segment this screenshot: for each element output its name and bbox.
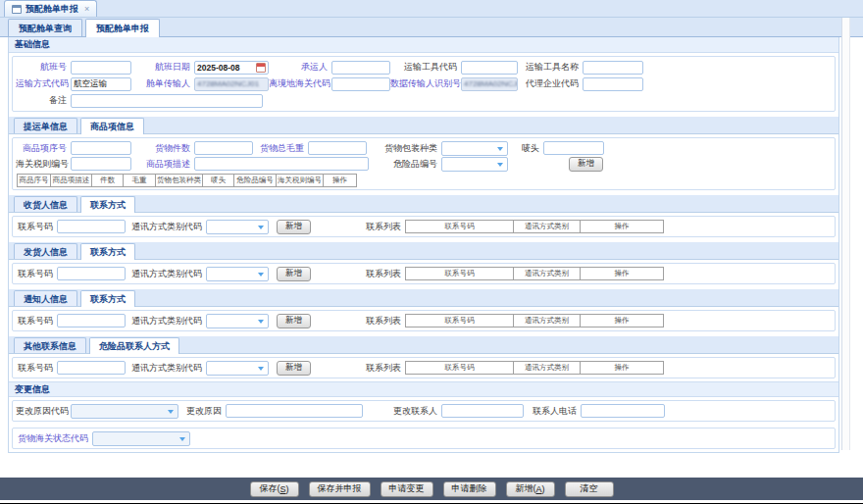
- exit-customs-label: 离境地海关代码: [269, 77, 331, 90]
- tab-shipper-info[interactable]: 发货人信息: [14, 243, 77, 259]
- notify-comm-type-select[interactable]: [206, 314, 269, 328]
- manifest-sender-field: 4728MA02NCJ01: [194, 77, 269, 91]
- section-header-base-info: 基础信息: [9, 37, 838, 53]
- base-info-row-1: 航班号 航班日期 2025-08-08 承运人 运输工具代码 运输工具名称: [13, 59, 835, 76]
- goods-row-2: 海关税则编号 商品项描述 危险品编号 新增: [13, 156, 835, 172]
- notify-phone-input[interactable]: [57, 314, 126, 328]
- tab-danger-contact[interactable]: 危险品联系人方式: [89, 337, 179, 354]
- goods-hs-code-input[interactable]: [71, 157, 131, 171]
- cargo-status-code-label: 货物海关状态代码: [16, 432, 92, 445]
- base-info-row-3: 备注: [13, 92, 835, 109]
- goods-col-action: 操作: [324, 175, 357, 187]
- tab-goods-info[interactable]: 商品项信息: [80, 118, 144, 134]
- shipper-contact-row: 联系号码 通讯方式类别代码 新增 联系列表 联系号码 通讯方式类别 操作: [13, 266, 835, 281]
- tab-shipper-contact[interactable]: 联系方式: [80, 243, 135, 260]
- add-button[interactable]: 新增(A): [506, 481, 555, 497]
- goods-weight-label: 货物总毛重: [253, 142, 308, 155]
- goods-table-header-row: 商品序号 商品项描述 件数 毛重 货物包装种类 唛头 危险品编号 海关税则编号 …: [18, 175, 357, 187]
- tab-manifest-declare[interactable]: 预配舱单申报: [85, 19, 160, 37]
- section-header-change-info: 变更信息: [9, 381, 838, 397]
- goods-weight-input[interactable]: [308, 141, 367, 155]
- apply-change-button[interactable]: 申请变更: [381, 481, 433, 497]
- flight-date-value: 2025-08-08: [197, 63, 239, 73]
- manifest-sender-label: 舱单传输人: [131, 77, 194, 90]
- data-sender-id-masked-value: 4728MA02NCJ01: [464, 79, 518, 88]
- window-tab-title: 预配舱单申报: [25, 3, 78, 16]
- danger-phone-input[interactable]: [57, 361, 126, 375]
- remarks-input[interactable]: [71, 94, 263, 108]
- notify-contact-list-label: 联系列表: [358, 315, 405, 328]
- clear-button[interactable]: 清空: [565, 481, 614, 497]
- tab-bill-info[interactable]: 提运单信息: [14, 118, 77, 133]
- danger-add-button[interactable]: 新增: [277, 361, 311, 376]
- consignee-add-button[interactable]: 新增: [277, 220, 311, 234]
- consignee-phone-input[interactable]: [57, 220, 126, 233]
- notify-add-button[interactable]: 新增: [277, 314, 311, 328]
- contact-col-action: 操作: [581, 362, 664, 375]
- notify-contact-form: 联系号码 通讯方式类别代码 新增 联系列表 联系号码 通讯方式类别 操作: [12, 310, 836, 331]
- window-icon: [12, 5, 22, 14]
- window-tab[interactable]: 预配舱单申报 ×: [4, 0, 97, 17]
- carrier-label: 承运人: [269, 61, 331, 74]
- goods-col-pkg: 货物包装种类: [156, 175, 203, 187]
- notify-comm-type-label: 通讯方式类别代码: [126, 315, 206, 328]
- goods-tab-bar: 提运单信息 商品项信息: [9, 117, 838, 134]
- vehicle-name-input[interactable]: [583, 61, 643, 75]
- notify-contact-row: 联系号码 通讯方式类别代码 新增 联系列表 联系号码 通讯方式类别 操作: [13, 313, 835, 328]
- goods-desc-input[interactable]: [194, 157, 369, 171]
- agent-code-label: 代理企业代码: [518, 77, 583, 90]
- tab-other-contact-info[interactable]: 其他联系信息: [14, 337, 86, 353]
- goods-mark-input[interactable]: [543, 141, 604, 155]
- consignee-comm-type-select[interactable]: [206, 220, 269, 234]
- flight-date-field[interactable]: 2025-08-08: [194, 61, 269, 75]
- carrier-input[interactable]: [331, 61, 390, 75]
- exit-customs-input[interactable]: [331, 77, 390, 91]
- goods-hs-code-label: 海关税则编号: [16, 158, 71, 171]
- close-icon[interactable]: ×: [84, 4, 89, 14]
- change-reason-label: 更改原因: [178, 405, 226, 418]
- agent-code-input[interactable]: [583, 77, 643, 91]
- shipper-comm-type-select[interactable]: [206, 267, 269, 281]
- shipper-add-button[interactable]: 新增: [277, 267, 311, 281]
- scrollbar[interactable]: [841, 18, 850, 450]
- transport-mode-input[interactable]: [71, 77, 131, 91]
- tab-consignee-contact[interactable]: 联系方式: [80, 196, 135, 213]
- calendar-icon[interactable]: [256, 63, 266, 73]
- tab-manifest-query[interactable]: 预配舱单查询: [8, 19, 82, 36]
- goods-col-item-no: 商品序号: [18, 175, 51, 187]
- apply-delete-button[interactable]: 申请删除: [443, 481, 496, 497]
- nav-tab-bar: 预配舱单查询 预配舱单申报: [0, 18, 863, 37]
- change-contact-input[interactable]: [441, 404, 524, 418]
- chevron-down-icon: [258, 320, 264, 324]
- goods-item-no-input[interactable]: [71, 141, 131, 155]
- goods-qty-input[interactable]: [194, 141, 253, 155]
- goods-add-button[interactable]: 新增: [569, 157, 603, 172]
- danger-comm-type-select[interactable]: [206, 361, 269, 376]
- change-contact-label: 更改联系人: [377, 405, 441, 418]
- tab-notify-contact[interactable]: 联系方式: [80, 290, 135, 307]
- tab-notify-info[interactable]: 通知人信息: [14, 290, 77, 306]
- vehicle-name-label: 运输工具名称: [518, 61, 583, 74]
- save-button[interactable]: 保存(S): [250, 481, 299, 497]
- goods-table: 商品序号 商品项描述 件数 毛重 货物包装种类 唛头 危险品编号 海关税则编号 …: [17, 174, 357, 187]
- cargo-status-code-select[interactable]: [92, 431, 190, 446]
- contact-table-header-row: 联系号码 通讯方式类别 操作: [406, 362, 664, 375]
- change-reason-input[interactable]: [226, 404, 363, 418]
- change-reason-code-select[interactable]: [71, 404, 178, 419]
- consignee-contact-row: 联系号码 通讯方式类别代码 新增 联系列表 联系号码 通讯方式类别 操作: [13, 219, 835, 234]
- save-and-declare-button[interactable]: 保存并申报: [309, 481, 371, 497]
- flight-no-input[interactable]: [71, 61, 131, 75]
- contact-col-action: 操作: [581, 221, 664, 233]
- goods-mark-label: 唛头: [508, 142, 543, 155]
- goods-danger-code-select[interactable]: [441, 157, 508, 172]
- vehicle-code-input[interactable]: [461, 61, 518, 75]
- tab-consignee-info[interactable]: 收货人信息: [14, 196, 77, 212]
- contact-col-phone: 联系号码: [406, 315, 514, 328]
- goods-col-desc: 商品项描述: [51, 175, 92, 187]
- flight-no-label: 航班号: [16, 61, 71, 74]
- cargo-status-row: 货物海关状态代码: [13, 430, 835, 446]
- shipper-phone-input[interactable]: [57, 267, 126, 280]
- contact-phone-input[interactable]: [581, 404, 665, 418]
- contact-col-action: 操作: [581, 268, 664, 280]
- goods-pkg-type-select[interactable]: [441, 141, 508, 156]
